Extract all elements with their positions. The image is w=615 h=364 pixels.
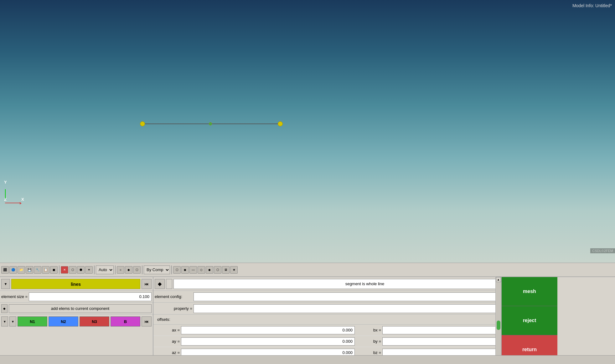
add-elems-arrow-left[interactable]: ◆ bbox=[1, 304, 8, 313]
toolbar-icon-star[interactable]: ★ bbox=[230, 266, 238, 274]
lines-dropdown-arrow[interactable]: ▼ bbox=[1, 279, 10, 289]
ax-label: ax = bbox=[155, 328, 180, 332]
n1-button[interactable]: N1 bbox=[18, 316, 47, 326]
toolbar-icon-12[interactable]: ◆ bbox=[125, 266, 132, 274]
toolbar-sep-1 bbox=[59, 265, 59, 274]
watermark: CSDL©2FEM bbox=[590, 248, 615, 253]
toolbar: ⬛ 🔵 📁 💾 🔧 📋 ◼ ✕ ⬡ ⬢ ✦ Auto ⟐ ◆ ⬡ By Comp… bbox=[0, 263, 615, 276]
nodes-row: ▼ ▼ N1 N2 N3 B ⏮ bbox=[0, 315, 153, 328]
toolbar-icon-1[interactable]: ⬛ bbox=[1, 266, 9, 274]
toolbar-icon-19[interactable]: ⬡ bbox=[214, 266, 221, 274]
toolbar-icon-4[interactable]: 💾 bbox=[26, 266, 33, 274]
toolbar-icon-3[interactable]: 📁 bbox=[18, 266, 25, 274]
beam-element bbox=[142, 124, 280, 124]
axis-x-arrow bbox=[20, 202, 22, 205]
toolbar-icon-13[interactable]: ⬡ bbox=[133, 266, 141, 274]
toolbar-icon-14[interactable]: ⬡ bbox=[173, 266, 181, 274]
property-label: property = bbox=[155, 306, 192, 311]
bz-label: bz = bbox=[356, 350, 381, 355]
toolbar-sep-4 bbox=[142, 265, 142, 274]
node-left[interactable] bbox=[140, 121, 145, 126]
by-label: by = bbox=[356, 339, 381, 344]
ay-input[interactable] bbox=[181, 337, 355, 346]
status-bar bbox=[0, 355, 615, 364]
nodes-dropdown-1[interactable]: ▼ bbox=[1, 316, 8, 326]
toolbar-icon-15[interactable]: ◆ bbox=[181, 266, 189, 274]
toolbar-icon-8[interactable]: ⬡ bbox=[69, 266, 76, 274]
toolbar-icon-x[interactable]: ✕ bbox=[61, 266, 68, 274]
axis-y-label: Y bbox=[4, 180, 7, 185]
toolbar-icon-18[interactable]: ◆ bbox=[206, 266, 213, 274]
toolbar-icon-6[interactable]: 📋 bbox=[42, 266, 49, 274]
toolbar-icon-17[interactable]: ◇ bbox=[198, 266, 205, 274]
node-right[interactable] bbox=[278, 121, 283, 126]
toolbar-icon-16[interactable]: — bbox=[189, 266, 197, 274]
ay-label: ay = bbox=[155, 339, 180, 344]
toolbar-icon-5[interactable]: 🔧 bbox=[34, 266, 41, 274]
scrollbar-right[interactable]: ▲ ▼ bbox=[495, 277, 501, 364]
nodes-nav-btn[interactable]: ⏮ bbox=[142, 316, 152, 326]
add-elems-button[interactable]: add elems to current component bbox=[9, 304, 152, 313]
axis-x-label: X bbox=[21, 197, 24, 202]
toolbar-icon-7[interactable]: ◼ bbox=[50, 266, 58, 274]
by-comp-dropdown[interactable]: By Comp bbox=[144, 265, 170, 274]
nodes-dropdown-2[interactable]: ▼ bbox=[9, 316, 16, 326]
viewport: Model Info: Untitled* Y X Z CSDL©2FEM bbox=[0, 0, 615, 263]
lines-row: ▼ lines ⏮ bbox=[0, 277, 153, 291]
node-mid[interactable] bbox=[209, 122, 212, 125]
toolbar-icon-2[interactable]: 🔵 bbox=[9, 266, 17, 274]
toolbar-sep-2 bbox=[94, 265, 95, 274]
toolbar-sep-3 bbox=[115, 265, 116, 274]
toolbar-icon-20[interactable]: 🖥 bbox=[222, 266, 230, 274]
axis-x-line bbox=[5, 203, 21, 203]
add-elems-row: ◆ add elems to current component bbox=[0, 303, 153, 315]
reject-button[interactable]: reject bbox=[502, 306, 557, 335]
scroll-track bbox=[496, 282, 501, 359]
az-label: az = bbox=[155, 350, 180, 355]
segment-sep bbox=[166, 279, 172, 289]
n2-button[interactable]: N2 bbox=[49, 316, 78, 326]
segment-diamond-btn[interactable]: ◆ bbox=[155, 279, 165, 289]
auto-dropdown[interactable]: Auto bbox=[96, 265, 114, 274]
n3-button[interactable]: N3 bbox=[80, 316, 109, 326]
bottom-panel: ▼ lines ⏮ element size = ◆ add elems to … bbox=[0, 276, 615, 364]
elem-size-label: element size = bbox=[1, 294, 28, 299]
model-info-text: Model Info: Untitled* bbox=[572, 3, 612, 8]
ax-input[interactable] bbox=[181, 326, 355, 334]
mesh-button[interactable]: mesh bbox=[502, 277, 557, 306]
offsets-label: offsets: bbox=[157, 317, 170, 322]
scroll-up-btn[interactable]: ▲ bbox=[496, 277, 501, 282]
b-button[interactable]: B bbox=[111, 316, 140, 326]
right-panel: ◆ segment is whole line element config: … bbox=[153, 277, 557, 364]
scroll-thumb[interactable] bbox=[497, 321, 500, 330]
left-panel: ▼ lines ⏮ element size = ◆ add elems to … bbox=[0, 277, 153, 364]
lines-nav-btn[interactable]: ⏮ bbox=[142, 279, 152, 289]
toolbar-sep-5 bbox=[171, 265, 172, 274]
axis-y-line bbox=[5, 189, 6, 199]
bx-label: bx = bbox=[356, 328, 381, 332]
toolbar-icon-11[interactable]: ⟐ bbox=[117, 266, 124, 274]
elem-size-row: element size = bbox=[0, 291, 153, 303]
action-buttons-panel: mesh reject return bbox=[501, 277, 557, 364]
elem-config-label: element config: bbox=[155, 294, 192, 299]
elem-size-input[interactable] bbox=[29, 292, 152, 301]
elem-config-dropdown[interactable] bbox=[194, 292, 514, 301]
lines-button[interactable]: lines bbox=[11, 279, 140, 289]
toolbar-icon-9[interactable]: ⬢ bbox=[77, 266, 85, 274]
toolbar-icon-10[interactable]: ✦ bbox=[85, 266, 93, 274]
